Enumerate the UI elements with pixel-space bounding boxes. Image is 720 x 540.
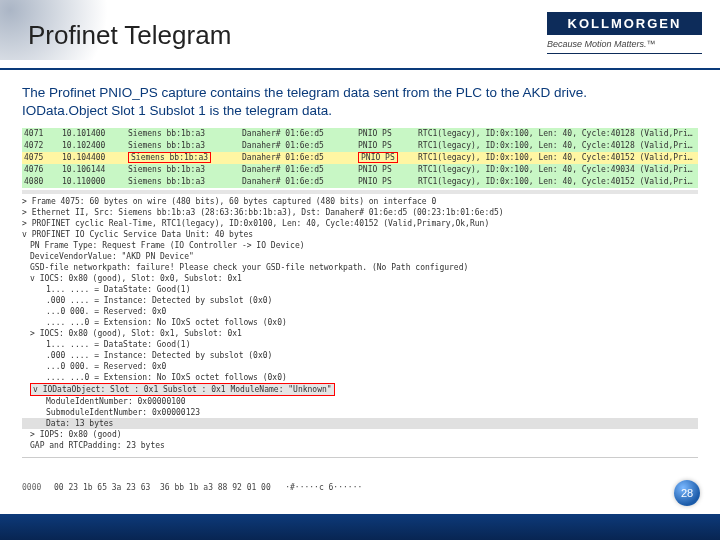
tree-iocs-0[interactable]: v IOCS: 0x80 (good), Slot: 0x0, Subslot:… bbox=[22, 273, 698, 284]
tree-gap-padding: GAP and RTCPadding: 23 bytes bbox=[22, 440, 698, 451]
tree-iocs-0-ext: .... ...0 = Extension: No IOxS octet fol… bbox=[22, 317, 698, 328]
packet-source: Siemens bb:1b:a3 bbox=[128, 128, 238, 140]
packet-time: 10.102400 bbox=[62, 140, 124, 152]
description: The Profinet PNIO_PS capture contains th… bbox=[0, 70, 720, 126]
panel-separator bbox=[22, 190, 698, 194]
tree-iocs-0-datastate: 1... .... = DataState: Good(1) bbox=[22, 284, 698, 295]
packet-row[interactable]: 407510.104400Siemens bb:1b:a3Danaher# 01… bbox=[22, 152, 698, 164]
description-line-2: IOData.Object Slot 1 Subslot 1 is the te… bbox=[22, 102, 698, 120]
tree-iocs-1-datastate: 1... .... = DataState: Good(1) bbox=[22, 339, 698, 350]
packet-no: 4076 bbox=[24, 164, 58, 176]
highlight-iodataobject: v IODataObject: Slot : 0x1 Subslot : 0x1… bbox=[30, 383, 335, 396]
tree-iocs-1[interactable]: > IOCS: 0x80 (good), Slot: 0x1, Subslot:… bbox=[22, 328, 698, 339]
tree-device-vendor: DeviceVendorValue: "AKD PN Device" bbox=[22, 251, 698, 262]
packet-time: 10.106144 bbox=[62, 164, 124, 176]
tree-data-bytes: Data: 13 bytes bbox=[22, 418, 698, 429]
packet-row[interactable]: 407610.106144Siemens bb:1b:a3Danaher# 01… bbox=[22, 164, 698, 176]
packet-info: RTC1(legacy), ID:0x:100, Len: 40, Cycle:… bbox=[418, 164, 696, 176]
hex-row-0: 000000 23 1b 65 3a 23 63 36 bb 1b a3 88 … bbox=[22, 482, 698, 493]
tree-submodule-ident: SubmoduleIdentNumber: 0x00000123 bbox=[22, 407, 698, 418]
packet-no: 4072 bbox=[24, 140, 58, 152]
tree-pn-rt[interactable]: > PROFINET cyclic Real-Time, RTC1(legacy… bbox=[22, 218, 698, 229]
tree-iocs-0-reserved: ...0 000. = Reserved: 0x0 bbox=[22, 306, 698, 317]
packet-capture-panel: 407110.101400Siemens bb:1b:a3Danaher# 01… bbox=[22, 128, 698, 451]
packet-no: 4075 bbox=[24, 152, 58, 164]
packet-info: RTC1(legacy), ID:0x:100, Len: 40, Cycle:… bbox=[418, 140, 696, 152]
packet-source: Siemens bb:1b:a3 bbox=[128, 176, 238, 188]
tree-iocs-1-ext: .... ...0 = Extension: No IOxS octet fol… bbox=[22, 372, 698, 383]
protocol-tree: > Frame 4075: 60 bytes on wire (480 bits… bbox=[22, 196, 698, 451]
page-number-badge: 28 bbox=[674, 480, 700, 506]
packet-protocol: PNIO PS bbox=[358, 128, 414, 140]
tree-frame-type: PN Frame Type: Request Frame (IO Control… bbox=[22, 240, 698, 251]
packet-row[interactable]: 408010.110000Siemens bb:1b:a3Danaher# 01… bbox=[22, 176, 698, 188]
brand-box: KOLLMORGEN Because Motion Matters.™ bbox=[547, 12, 702, 54]
packet-no: 4071 bbox=[24, 128, 58, 140]
packet-protocol-highlight: PNIO PS bbox=[358, 152, 398, 163]
slide-header: Profinet Telegram KOLLMORGEN Because Mot… bbox=[0, 0, 720, 70]
tree-frame[interactable]: > Frame 4075: 60 bytes on wire (480 bits… bbox=[22, 196, 698, 207]
packet-protocol: PNIO PS bbox=[358, 164, 414, 176]
packet-row[interactable]: 407110.101400Siemens bb:1b:a3Danaher# 01… bbox=[22, 128, 698, 140]
packet-protocol: PNIO PS bbox=[358, 152, 414, 164]
packet-info: RTC1(legacy), ID:0x:100, Len: 40, Cycle:… bbox=[418, 128, 696, 140]
packet-source-highlight: Siemens bb:1b:a3 bbox=[128, 152, 211, 163]
packet-row[interactable]: 407210.102400Siemens bb:1b:a3Danaher# 01… bbox=[22, 140, 698, 152]
packet-info: RTC1(legacy), ID:0x:100, Len: 40, Cycle:… bbox=[418, 176, 696, 188]
tree-ethernet[interactable]: > Ethernet II, Src: Siemens bb:1b:a3 (28… bbox=[22, 207, 698, 218]
tree-iops[interactable]: > IOPS: 0x80 (good) bbox=[22, 429, 698, 440]
slide-title: Profinet Telegram bbox=[28, 20, 231, 51]
tree-module-ident: ModuleIdentNumber: 0x00000100 bbox=[22, 396, 698, 407]
packet-no: 4080 bbox=[24, 176, 58, 188]
packet-protocol: PNIO PS bbox=[358, 176, 414, 188]
packet-destination: Danaher# 01:6e:d5 bbox=[242, 128, 354, 140]
packet-time: 10.110000 bbox=[62, 176, 124, 188]
brand-name: KOLLMORGEN bbox=[547, 12, 702, 35]
packet-destination: Danaher# 01:6e:d5 bbox=[242, 176, 354, 188]
packet-source: Siemens bb:1b:a3 bbox=[128, 152, 238, 164]
slide-root: Profinet Telegram KOLLMORGEN Because Mot… bbox=[0, 0, 720, 540]
packet-info: RTC1(legacy), ID:0x:100, Len: 40, Cycle:… bbox=[418, 152, 696, 164]
tree-iocs-1-instance: .000 .... = Instance: Detected by subslo… bbox=[22, 350, 698, 361]
packet-protocol: PNIO PS bbox=[358, 140, 414, 152]
footer-bar bbox=[0, 514, 720, 540]
packet-destination: Danaher# 01:6e:d5 bbox=[242, 164, 354, 176]
packet-destination: Danaher# 01:6e:d5 bbox=[242, 152, 354, 164]
tree-pn-io[interactable]: v PROFINET IO Cyclic Service Data Unit: … bbox=[22, 229, 698, 240]
packet-source: Siemens bb:1b:a3 bbox=[128, 140, 238, 152]
packet-source: Siemens bb:1b:a3 bbox=[128, 164, 238, 176]
tree-iodataobject[interactable]: v IODataObject: Slot : 0x1 Subslot : 0x1… bbox=[22, 383, 698, 396]
tree-iocs-0-instance: .000 .... = Instance: Detected by subslo… bbox=[22, 295, 698, 306]
tree-gsd-warning: GSD-file networkpath: failure! Please ch… bbox=[22, 262, 698, 273]
brand-tagline: Because Motion Matters.™ bbox=[547, 35, 702, 54]
description-line-1: The Profinet PNIO_PS capture contains th… bbox=[22, 84, 698, 102]
packet-time: 10.104400 bbox=[62, 152, 124, 164]
packet-destination: Danaher# 01:6e:d5 bbox=[242, 140, 354, 152]
tree-iocs-1-reserved: ...0 000. = Reserved: 0x0 bbox=[22, 361, 698, 372]
packet-time: 10.101400 bbox=[62, 128, 124, 140]
